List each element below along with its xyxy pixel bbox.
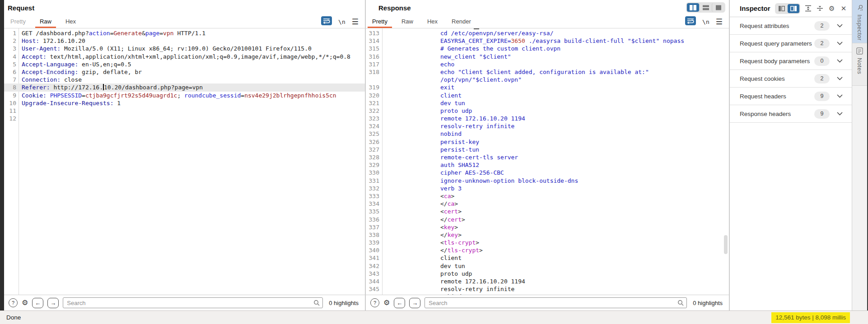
line-number: 336 <box>366 216 382 223</box>
section-count-badge: 0 <box>814 56 830 66</box>
response-code: 313cd /etc/openvpn/server/easy-rsa/314EA… <box>366 29 729 295</box>
line-content: </tls-crypt> <box>382 246 483 254</box>
inspector-section-request-headers[interactable]: Request headers9 <box>730 88 852 105</box>
request-tabs: PrettyRawHex <box>6 17 85 28</box>
line-number: 325 <box>366 130 382 138</box>
newline-chars-icon[interactable]: \n <box>702 19 709 25</box>
side-tab-notes[interactable]: Notes <box>852 43 867 86</box>
code-line: 9Cookie: PHPSESSID=ctjba9gcfjrt92s5d49ua… <box>4 92 365 99</box>
search-prev-button[interactable]: ← <box>32 298 43 308</box>
line-number: 337 <box>366 223 382 231</box>
response-editor[interactable]: 313cd /etc/openvpn/server/easy-rsa/314EA… <box>366 28 729 295</box>
line-content: new_client "$client" <box>382 53 511 60</box>
editor-menu-icon[interactable]: ☰ <box>352 17 359 27</box>
line-number: 326 <box>366 138 382 146</box>
code-line: 341client <box>366 254 729 262</box>
line-content: remote-cert-tls server <box>382 153 518 161</box>
tab-hex[interactable]: Hex <box>423 17 442 28</box>
code-line: 318echo "Client $client added, configura… <box>366 68 729 76</box>
line-number: 342 <box>366 262 382 270</box>
right-tab-strip: Inspector Notes <box>852 0 867 310</box>
inspector-section-request-cookies[interactable]: Request cookies2 <box>730 70 852 88</box>
line-content: <key> <box>382 223 458 231</box>
inspector-settings-icon[interactable]: ⚙ <box>828 5 835 12</box>
search-settings-icon[interactable]: ⚙ <box>22 299 28 306</box>
expand-all-icon[interactable] <box>805 5 812 12</box>
inspector-title: Inspector <box>740 5 770 12</box>
inspector-section-request-attributes[interactable]: Request attributes2 <box>730 17 852 35</box>
tab-pretty[interactable]: Pretty <box>6 17 30 28</box>
code-line: 336</cert> <box>366 216 729 223</box>
line-number: 318 <box>366 68 382 76</box>
line-content: Accept-Language: en-US,en;q=0.5 <box>19 60 131 68</box>
section-count-badge: 2 <box>814 39 830 48</box>
inspector-section-request-body-parameters[interactable]: Request body parameters0 <box>730 52 852 70</box>
section-label: Request headers <box>740 93 786 100</box>
code-line: 6Accept-Encoding: gzip, deflate, br <box>4 68 365 76</box>
request-searchbox <box>63 297 323 308</box>
chevron-down-icon <box>837 24 843 28</box>
section-count-badge: 9 <box>814 109 830 119</box>
request-editor[interactable]: 1GET /dashboard.php?action=Generate&page… <box>4 28 365 295</box>
inspector-close-icon[interactable]: ✕ <box>840 5 847 12</box>
code-line: 3User-Agent: Mozilla/5.0 (X11; Linux x86… <box>4 45 365 52</box>
help-icon[interactable]: ? <box>9 298 18 307</box>
dock-right-button[interactable] <box>788 4 799 13</box>
line-content: remote 172.16.10.20 1194 <box>382 115 525 122</box>
line-number: 332 <box>366 185 382 192</box>
line-number: 12 <box>4 115 19 122</box>
line-number: 327 <box>366 146 382 153</box>
side-tab-inspector-label: Inspector <box>856 14 863 41</box>
word-wrap-icon[interactable] <box>685 16 696 27</box>
search-next-button[interactable]: → <box>409 298 420 308</box>
code-line: 8Referer: http://172.16.10.20/dashboard.… <box>4 83 365 91</box>
newline-chars-icon[interactable]: \n <box>338 19 345 25</box>
code-line: 323remote 172.16.10.20 1194 <box>366 115 729 122</box>
section-count-badge: 2 <box>814 74 830 83</box>
collapse-all-icon[interactable] <box>817 5 824 12</box>
line-number: 340 <box>366 246 382 254</box>
line-number: 320 <box>366 92 382 99</box>
response-searchbox <box>425 297 687 308</box>
search-settings-icon[interactable]: ⚙ <box>383 299 390 306</box>
inspector-header: Inspector ⚙ ✕ <box>730 0 852 17</box>
response-search-input[interactable] <box>425 297 687 308</box>
line-number: 8 <box>4 83 19 91</box>
editor-menu-icon[interactable]: ☰ <box>716 17 723 27</box>
response-tabs: PrettyRawHexRender <box>368 17 481 28</box>
dock-left-button[interactable] <box>776 4 788 13</box>
side-tab-notes-label: Notes <box>856 58 863 74</box>
tab-pretty[interactable]: Pretty <box>368 17 392 28</box>
request-search-input[interactable] <box>63 297 323 308</box>
request-highlight-count: 0 highlights <box>329 300 359 306</box>
inspector-section-request-query-parameters[interactable]: Request query parameters2 <box>730 35 852 52</box>
search-next-button[interactable]: → <box>47 298 59 308</box>
tab-render[interactable]: Render <box>447 17 476 28</box>
line-content: EASYRSA_CERT_EXPIRE=3650 ./easyrsa build… <box>382 37 684 45</box>
layout-single-button[interactable] <box>712 3 724 12</box>
layout-columns-button[interactable] <box>687 3 699 12</box>
line-number: 2 <box>4 37 19 45</box>
response-scrollbar-thumb[interactable] <box>724 235 728 254</box>
status-done-label: Done <box>6 314 21 321</box>
line-content: resolv-retry infinite <box>382 285 514 293</box>
line-number: 3 <box>4 45 19 52</box>
tab-hex[interactable]: Hex <box>61 17 80 28</box>
tab-raw[interactable]: Raw <box>397 17 418 28</box>
search-prev-button[interactable]: ← <box>394 298 405 308</box>
tab-raw[interactable]: Raw <box>35 17 56 28</box>
burp-repeater-window: Request PrettyRawHex \n ☰ 1GET /dashboar… <box>0 0 868 324</box>
notes-icon <box>856 47 863 55</box>
section-label: Request cookies <box>740 75 785 82</box>
code-line: 326persist-key <box>366 138 729 146</box>
help-icon[interactable]: ? <box>370 298 379 307</box>
response-search-bar: ? ⚙ ← → 0 highlights <box>366 295 729 310</box>
line-number: 11 <box>4 107 19 115</box>
code-line: 5Accept-Language: en-US,en;q=0.5 <box>4 60 365 68</box>
layout-rows-button[interactable] <box>699 3 712 12</box>
line-number: 324 <box>366 122 382 130</box>
inspector-section-response-headers[interactable]: Response headers9 <box>730 105 852 123</box>
line-content: <cert> <box>382 208 462 215</box>
word-wrap-icon[interactable] <box>321 16 332 27</box>
side-tab-inspector[interactable]: Inspector <box>852 0 867 43</box>
